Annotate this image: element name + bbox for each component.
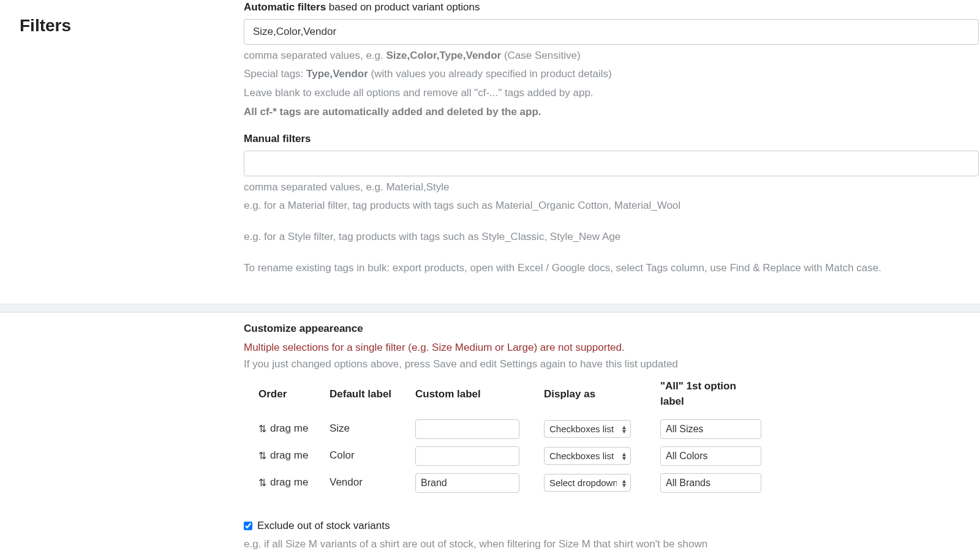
drag-icon: ⇅ (258, 422, 266, 436)
appearance-table: Order Default label Custom label Display… (244, 378, 772, 496)
default-label-cell: Color (330, 443, 415, 470)
all-option-label-input[interactable] (660, 473, 761, 493)
all-option-label-input[interactable] (660, 419, 761, 439)
exclude-oos-help: e.g. if all Size M variants of a shirt a… (244, 537, 980, 551)
table-row: ⇅drag meSizeCheckboxes listSelect dropdo… (244, 416, 772, 443)
manual-filters-help-1: comma separated values, e.g. Material,St… (244, 180, 980, 195)
sidebar-empty (0, 313, 244, 551)
table-row: ⇅drag meColorCheckboxes listSelect dropd… (244, 443, 772, 470)
col-header-custom-label: Custom label (415, 378, 544, 415)
drag-text: drag me (270, 448, 308, 463)
col-header-order: Order (244, 378, 330, 415)
automatic-filters-help-3: Leave blank to exclude all options and r… (244, 86, 980, 101)
automatic-filters-help-2: Special tags: Type,Vendor (with values y… (244, 67, 980, 82)
appearance-warning: Multiple selections for a single filter … (244, 340, 980, 356)
default-label-cell: Size (330, 416, 415, 443)
drag-text: drag me (270, 421, 308, 437)
manual-filters-help-4: To rename existing tags in bulk: export … (244, 261, 980, 276)
exclude-oos-row: Exclude out of stock variants (244, 519, 980, 534)
display-as-select[interactable]: Checkboxes listSelect dropdown (544, 420, 631, 438)
col-header-display-as: Display as (544, 378, 660, 415)
manual-filters-help-3: e.g. for a Style filter, tag products wi… (244, 230, 980, 245)
drag-icon: ⇅ (258, 449, 266, 463)
all-option-label-input[interactable] (660, 446, 761, 466)
appearance-subnote: If you just changed options above, press… (244, 357, 980, 372)
display-as-select[interactable]: Checkboxes listSelect dropdown (544, 474, 631, 492)
manual-filters-label: Manual filters (244, 132, 980, 147)
custom-label-input[interactable] (415, 473, 519, 493)
automatic-filters-label: Automatic filters based on product varia… (244, 0, 980, 15)
exclude-oos-label[interactable]: Exclude out of stock variants (257, 519, 390, 534)
table-row: ⇅drag meVendorCheckboxes listSelect drop… (244, 470, 772, 497)
sidebar-heading-filters: Filters (0, 0, 244, 304)
section-divider (0, 304, 980, 312)
customize-appearance-title: Customize appeareance (244, 321, 980, 337)
display-as-select[interactable]: Checkboxes listSelect dropdown (544, 447, 631, 465)
col-header-default-label: Default label (330, 378, 415, 415)
automatic-filters-help-4: All cf-* tags are automatically added an… (244, 105, 980, 120)
custom-label-input[interactable] (415, 446, 519, 466)
col-header-all-label: "All" 1st option label (660, 378, 772, 415)
manual-filters-input[interactable] (244, 151, 979, 176)
drag-text: drag me (270, 475, 308, 490)
page-title: Filters (20, 13, 224, 39)
default-label-cell: Vendor (330, 470, 415, 497)
manual-filters-help-2: e.g. for a Material filter, tag products… (244, 198, 980, 214)
drag-handle[interactable]: ⇅drag me (244, 448, 308, 463)
automatic-filters-help-1: comma separated values, e.g. Size,Color,… (244, 48, 980, 64)
drag-icon: ⇅ (258, 476, 266, 490)
exclude-oos-checkbox[interactable] (244, 522, 252, 530)
drag-handle[interactable]: ⇅drag me (244, 475, 308, 490)
drag-handle[interactable]: ⇅drag me (244, 421, 308, 437)
automatic-filters-input[interactable] (244, 19, 979, 45)
custom-label-input[interactable] (415, 419, 519, 439)
